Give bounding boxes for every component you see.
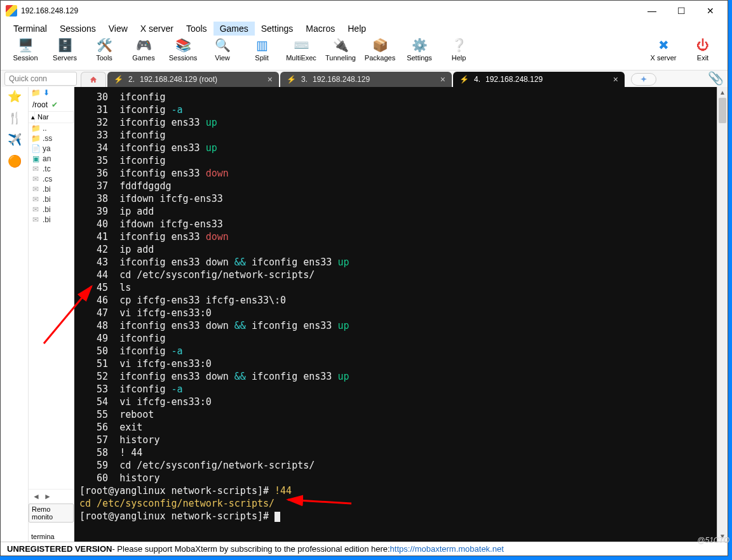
sftp-item[interactable]: 📁.. [29,123,74,133]
toolbar-help-label: Help [452,54,466,62]
watermark: @51CTO [697,536,729,545]
toolbar-settings-label: Settings [407,54,432,62]
toolbar-tunneling-label: Tunneling [325,54,356,62]
sftp-item[interactable]: ✉.bi [29,194,74,204]
bolt-icon: ⚡ [287,75,296,84]
star-icon[interactable]: ⭐ [8,90,22,103]
toolbar-servers-label: Servers [53,54,77,62]
globe-icon[interactable]: 🟠 [8,154,22,168]
toolbar-servers-button[interactable]: 🗄️Servers [45,37,85,69]
menu-games[interactable]: Games [214,22,255,36]
toolbar-session-label: Session [13,54,37,62]
file-icon: ✉ [31,164,40,173]
scroll-up-arrow[interactable]: ▲ [717,87,728,98]
window-maximize-button[interactable]: ☐ [667,1,696,20]
toolbar-multiexec-label: MultiExec [286,54,316,62]
toolbar-session-button[interactable]: 🖥️Session [6,37,45,69]
terminal-tab-3[interactable]: ⚡3.192.168.248.129× [280,72,452,87]
statusbar-text: - Please support MobaXterm by subscribin… [112,544,390,554]
file-name: .cs [43,175,52,183]
statusbar-link[interactable]: https://mobaxterm.mobatek.net [390,544,504,554]
sftp-item[interactable]: ✉.bi [29,184,74,194]
toolbar-multiexec-button[interactable]: ⌨️MultiExec [281,37,321,69]
bolt-icon: ⚡ [114,75,123,84]
tab-close-button[interactable]: × [440,74,445,84]
tab-row: ⚡2.192.168.248.129 (root)×⚡3.192.168.248… [1,70,728,87]
file-name: .bi [43,195,51,204]
sftp-item[interactable]: 📄ya [29,143,74,154]
file-icon: ✉ [31,175,40,183]
split-icon: ▥ [253,37,271,53]
menu-view[interactable]: View [102,22,134,36]
file-icon: ▣ [31,154,40,163]
quick-connect-input[interactable] [4,72,77,86]
titlebar: 192.168.248.129 — ☐ ✕ [1,1,728,21]
file-name: an [43,154,51,163]
tools-icon: 🛠️ [95,37,113,53]
window-minimize-button[interactable]: — [637,1,667,20]
toolbar-tunneling-button[interactable]: 🔌Tunneling [321,37,360,69]
new-tab-button[interactable]: ✦ [631,73,656,86]
sftp-side-browser: 📁 ⬇ /root ✔ ▴Nar 📁..📁.ss📄ya▣an✉.tc✉.cs✉.… [29,87,74,542]
sftp-item[interactable]: ✉.tc [29,164,74,174]
tab-label: 192.168.248.129 (root) [140,75,217,84]
paperclip-icon[interactable]: 📎 [708,70,724,86]
toolbar-games-button[interactable]: 🎮Games [124,37,163,69]
terminal-scrollbar[interactable]: ▲ ▼ [717,87,728,542]
sftp-fwd-button[interactable]: ► [44,492,51,501]
servers-icon: 🗄️ [56,37,74,53]
sftp-item[interactable]: ✉.bi [29,204,74,215]
sftp-item[interactable]: ✉.cs [29,174,74,184]
sftp-path[interactable]: /root [31,100,49,110]
toolbar-help-button[interactable]: ❔Help [439,37,478,69]
sftp-item[interactable]: 📁.ss [29,133,74,143]
sftp-item[interactable]: ✉.bi [29,215,74,225]
menu-sessions[interactable]: Sessions [53,22,102,36]
download-icon[interactable]: ⬇ [43,88,50,97]
toolbar-sessions-label: Sessions [169,54,198,62]
paperplane-icon[interactable]: ✈️ [8,133,22,147]
col-name[interactable]: Nar [35,112,74,123]
window-title: 192.168.248.129 [21,6,78,15]
toolbar-settings-button[interactable]: ⚙️Settings [400,37,439,69]
remote-monitoring-button[interactable]: Remomonito [29,503,74,523]
home-tab[interactable] [81,72,106,87]
toolbar-sessions-button[interactable]: 📚Sessions [163,37,203,69]
terminal-tab-4[interactable]: ⚡4.192.168.248.129× [453,72,625,87]
menu-help[interactable]: Help [341,22,372,36]
toolbar-split-label: Split [255,54,268,62]
tab-close-button[interactable]: × [268,74,273,84]
toolbar-view-button[interactable]: 🔍View [203,37,242,69]
sftp-back-button[interactable]: ◄ [32,492,40,501]
toolbar-packages-button[interactable]: 📦Packages [360,37,400,69]
menu-settings[interactable]: Settings [255,22,300,36]
packages-icon: 📦 [371,37,389,53]
file-name: .ss [43,134,52,143]
window-close-button[interactable]: ✕ [696,1,725,20]
bolt-icon: ⚡ [459,75,469,84]
menubar: TerminalSessionsViewX serverToolsGamesSe… [1,21,728,36]
scroll-thumb[interactable] [719,98,726,123]
toolbar-split-button[interactable]: ▥Split [242,37,281,69]
folder-icon[interactable]: 📁 [31,88,41,97]
menu-x-server[interactable]: X server [134,22,180,36]
terminal-label: termina [29,531,74,542]
knife-icon[interactable]: 🍴 [8,111,22,125]
menu-terminal[interactable]: Terminal [7,22,53,36]
tab-close-button[interactable]: × [613,74,618,84]
sftp-item[interactable]: ▣an [29,154,74,164]
multiexec-icon: ⌨️ [292,37,310,53]
menu-tools[interactable]: Tools [180,22,214,36]
tunneling-icon: 🔌 [332,37,349,53]
terminal-tab-2[interactable]: ⚡2.192.168.248.129 (root)× [107,72,279,87]
file-name: ya [43,144,51,153]
toolbar-tools-button[interactable]: 🛠️Tools [85,37,124,69]
terminal-output[interactable]: 30 ifconfig 31 ifconfig -a 32 ifconfig e… [74,87,717,542]
file-name: .. [43,124,47,133]
file-name: .bi [43,205,51,214]
file-name: .tc [43,164,51,173]
menu-macros[interactable]: Macros [299,22,341,36]
toolbar-tools-label: Tools [96,54,112,62]
toolbar-xserver-button[interactable]: ✖X server [644,37,683,69]
toolbar-exit-button[interactable]: ⏻Exit [683,37,722,69]
